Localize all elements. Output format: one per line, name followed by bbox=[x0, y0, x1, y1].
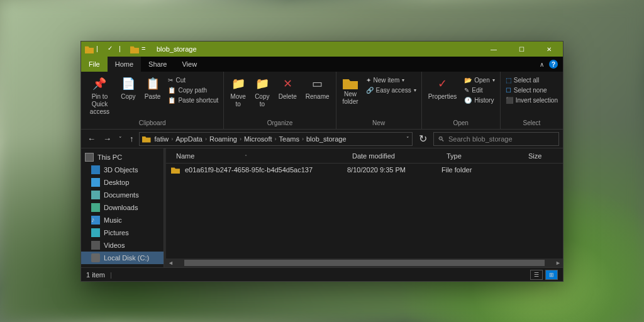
sidebar-item-downloads[interactable]: Downloads bbox=[81, 201, 164, 214]
sort-icon: ˄ bbox=[245, 154, 247, 160]
folder-icon bbox=[130, 45, 139, 53]
search-input[interactable]: 🔍︎ Search blob_storage bbox=[433, 132, 559, 146]
scroll-left-icon[interactable]: ◄ bbox=[166, 260, 175, 266]
view-details-button[interactable]: ☰ bbox=[530, 270, 543, 280]
file-row[interactable]: e01a61f9-b247-4658-95fc-b4d54d5ac137 8/1… bbox=[166, 164, 563, 176]
pin-quick-access-button[interactable]: 📌 Pin to Quick access bbox=[84, 75, 116, 117]
pc-icon bbox=[85, 153, 94, 162]
sidebar-item-3d-objects[interactable]: 3D Objects bbox=[81, 164, 164, 176]
sidebar-this-pc[interactable]: This PC bbox=[81, 151, 164, 164]
cut-icon bbox=[168, 77, 173, 84]
disk-icon bbox=[91, 253, 100, 262]
close-button[interactable]: ✕ bbox=[535, 42, 563, 57]
history-button[interactable]: 🕐History bbox=[462, 96, 497, 105]
chevron-right-icon: › bbox=[169, 136, 175, 142]
delete-button[interactable]: ✕Delete bbox=[275, 75, 301, 102]
copy-to-button[interactable]: 📁Copy to bbox=[251, 75, 274, 109]
documents-icon bbox=[91, 191, 100, 199]
scroll-right-icon[interactable]: ► bbox=[553, 260, 563, 266]
select-all-button[interactable]: ⬚Select all bbox=[503, 75, 560, 85]
scroll-thumb[interactable] bbox=[184, 260, 545, 266]
access-icon: 🔗 bbox=[366, 87, 374, 94]
sidebar: This PC 3D Objects Desktop Documents Dow… bbox=[81, 148, 164, 267]
edit-icon: ✎ bbox=[464, 87, 469, 94]
group-label: Clipboard bbox=[84, 118, 221, 128]
open-icon: 📂 bbox=[464, 77, 472, 84]
newitem-icon: ✦ bbox=[366, 77, 371, 84]
properties-icon: ✓ bbox=[435, 77, 450, 92]
folder-icon bbox=[343, 77, 358, 89]
check-icon: ✓ bbox=[108, 45, 116, 53]
sidebar-item-music[interactable]: ♪Music bbox=[81, 214, 164, 226]
move-to-button[interactable]: 📁Move to bbox=[226, 75, 249, 109]
column-name[interactable]: Name˄ bbox=[171, 152, 347, 160]
copyto-icon: 📁 bbox=[255, 77, 270, 92]
sidebar-item-videos[interactable]: Videos bbox=[81, 239, 164, 252]
sidebar-item-local-disk[interactable]: Local Disk (C:) bbox=[81, 252, 164, 264]
up-button[interactable]: ↑ bbox=[127, 134, 136, 143]
content-pane: Name˄ Date modified Type Size e01a61f9-b… bbox=[166, 148, 563, 267]
chevron-right-icon: › bbox=[299, 136, 306, 142]
chevron-down-icon: ▾ bbox=[414, 87, 416, 93]
app-icon bbox=[85, 45, 94, 53]
paste-button[interactable]: 📋 Paste bbox=[141, 75, 165, 102]
search-icon: 🔍︎ bbox=[438, 135, 445, 143]
tab-view[interactable]: View bbox=[174, 57, 204, 72]
column-type[interactable]: Type bbox=[441, 152, 523, 160]
breadcrumb-item[interactable]: fatiw bbox=[155, 135, 169, 143]
view-icons-button[interactable]: ⊞ bbox=[545, 270, 558, 280]
file-date: 8/10/2020 9:35 PM bbox=[347, 166, 441, 174]
new-folder-button[interactable]: New folder bbox=[339, 75, 362, 107]
pictures-icon bbox=[91, 228, 100, 237]
select-none-button[interactable]: ☐Select none bbox=[503, 86, 560, 95]
item-count: 1 item bbox=[86, 271, 105, 279]
tab-home[interactable]: Home bbox=[108, 57, 141, 72]
back-button[interactable]: ← bbox=[85, 134, 98, 143]
sidebar-item-pictures[interactable]: Pictures bbox=[81, 226, 164, 239]
breadcrumb-item[interactable]: blob_storage bbox=[306, 135, 347, 143]
column-size[interactable]: Size bbox=[523, 152, 563, 160]
refresh-button[interactable]: ↻ bbox=[415, 133, 431, 145]
chevron-down-icon: ▾ bbox=[492, 77, 495, 83]
cut-button[interactable]: Cut bbox=[165, 75, 221, 85]
move-icon: 📁 bbox=[231, 77, 246, 92]
horizontal-scrollbar[interactable]: ◄ ► bbox=[166, 258, 563, 267]
paste-shortcut-button[interactable]: 📋Paste shortcut bbox=[165, 96, 221, 105]
new-item-button[interactable]: ✦New item▾ bbox=[364, 75, 419, 85]
ribbon: 📌 Pin to Quick access 📄 Copy 📋 Paste Cut… bbox=[81, 72, 563, 130]
minimize-button[interactable]: — bbox=[480, 42, 508, 57]
separator: = bbox=[142, 45, 150, 53]
tab-file[interactable]: File bbox=[81, 57, 108, 72]
tab-share[interactable]: Share bbox=[141, 57, 174, 72]
file-type: File folder bbox=[441, 166, 523, 174]
copy-button[interactable]: 📄 Copy bbox=[117, 75, 140, 102]
easy-access-button[interactable]: 🔗Easy access▾ bbox=[364, 86, 419, 95]
column-date[interactable]: Date modified bbox=[347, 152, 441, 160]
address-bar[interactable]: fatiw› AppData› Roaming› Microsoft› Team… bbox=[139, 132, 413, 146]
group-label: Open bbox=[425, 118, 497, 128]
help-icon[interactable]: ? bbox=[549, 60, 558, 69]
properties-button[interactable]: ✓Properties bbox=[425, 75, 461, 102]
breadcrumb-item[interactable]: Teams bbox=[279, 135, 299, 143]
forward-button[interactable]: → bbox=[101, 134, 114, 143]
desktop-icon bbox=[91, 178, 100, 187]
group-label: Select bbox=[503, 118, 560, 128]
edit-button[interactable]: ✎Edit bbox=[462, 86, 497, 95]
collapse-ribbon-button[interactable]: ∧ bbox=[540, 61, 544, 68]
copy-path-button[interactable]: 📋Copy path bbox=[165, 86, 221, 95]
folder-icon bbox=[171, 166, 180, 174]
invert-selection-button[interactable]: ⬛Invert selection bbox=[503, 96, 560, 105]
maximize-button[interactable]: ☐ bbox=[508, 42, 535, 57]
breadcrumb-item[interactable]: AppData bbox=[175, 135, 203, 143]
rename-button[interactable]: ▭Rename bbox=[302, 75, 333, 102]
recent-button[interactable]: ˅ bbox=[116, 136, 125, 142]
breadcrumb-item[interactable]: Microsoft bbox=[244, 135, 272, 143]
explorer-window: | ✓ | = blob_storage — ☐ ✕ File Home Sha… bbox=[80, 41, 564, 282]
open-button[interactable]: 📂Open▾ bbox=[462, 75, 497, 85]
file-list: e01a61f9-b247-4658-95fc-b4d54d5ac137 8/1… bbox=[166, 164, 563, 258]
sidebar-item-documents[interactable]: Documents bbox=[81, 189, 164, 201]
sidebar-item-desktop[interactable]: Desktop bbox=[81, 176, 164, 189]
titlebar: | ✓ | = blob_storage — ☐ ✕ bbox=[81, 42, 563, 57]
chevron-down-icon[interactable]: ˅ bbox=[406, 136, 409, 142]
breadcrumb-item[interactable]: Roaming bbox=[209, 135, 237, 143]
